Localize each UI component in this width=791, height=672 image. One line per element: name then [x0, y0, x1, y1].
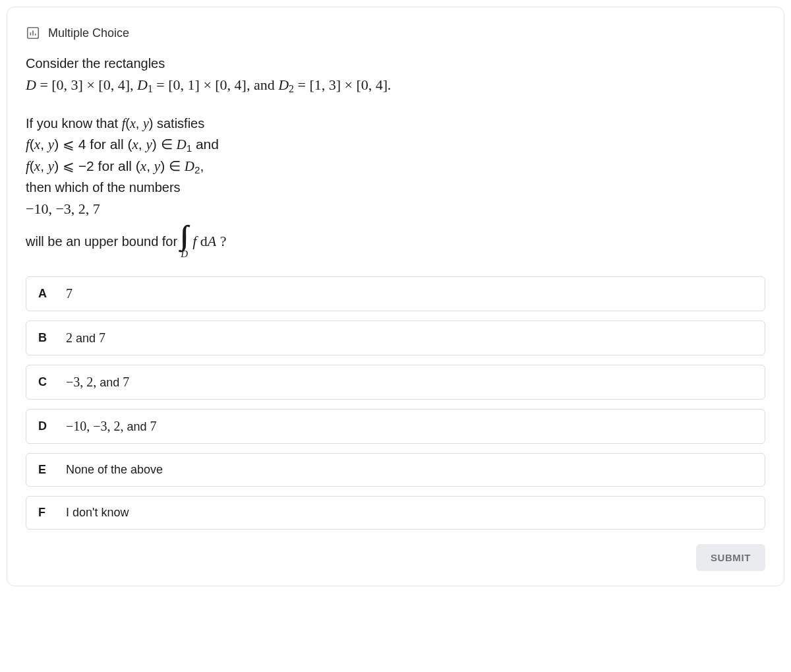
option-d[interactable]: D−10, −3, 2, and 7	[26, 409, 765, 444]
option-a[interactable]: A7	[26, 276, 765, 311]
option-letter: D	[38, 419, 50, 433]
option-letter: B	[38, 331, 50, 345]
poll-icon	[26, 26, 40, 40]
integral-domain: D	[181, 249, 188, 259]
cond-1: f(x, y) ⩽ 4 for all (x, y) ∈ D1 and	[26, 137, 219, 152]
question-card: Multiple Choice Consider the rectangles …	[7, 7, 784, 586]
option-letter: A	[38, 287, 50, 301]
integral-expression: ∫∫ D f dA ?	[180, 224, 226, 259]
option-text: −10, −3, 2, and 7	[66, 419, 157, 434]
option-text: −3, 2, and 7	[66, 375, 129, 390]
card-title: Multiple Choice	[48, 26, 129, 40]
option-letter: F	[38, 506, 50, 520]
rect-definitions: D = [0, 3] × [0, 4], D1 = [0, 1] × [0, 4…	[26, 76, 392, 93]
submit-button[interactable]: SUBMIT	[696, 544, 765, 571]
option-letter: E	[38, 463, 50, 477]
question-intro: Consider the rectangles	[26, 56, 165, 71]
card-footer: SUBMIT	[26, 544, 765, 571]
final-lead: will be an upper bound for	[26, 231, 177, 252]
then-line: then which of the numbers	[26, 180, 181, 195]
option-text: I don't know	[66, 506, 129, 520]
option-e[interactable]: ENone of the above	[26, 453, 765, 487]
option-b[interactable]: B2 and 7	[26, 321, 765, 355]
integral-sign: ∫∫	[180, 224, 189, 248]
card-header: Multiple Choice	[26, 26, 765, 40]
integrand: f dA ?	[192, 230, 226, 253]
option-text: None of the above	[66, 463, 163, 477]
option-f[interactable]: FI don't know	[26, 496, 765, 530]
cond-2: f(x, y) ⩽ −2 for all (x, y) ∈ D2,	[26, 158, 204, 173]
cond-lead: If you know that f(x, y) satisfies	[26, 116, 204, 131]
options-list: A7B2 and 7C−3, 2, and 7D−10, −3, 2, and …	[26, 276, 765, 530]
option-letter: C	[38, 375, 50, 389]
option-text: 7	[66, 286, 73, 301]
question-body: Consider the rectangles D = [0, 3] × [0,…	[26, 53, 765, 259]
option-text: 2 and 7	[66, 330, 105, 346]
option-c[interactable]: C−3, 2, and 7	[26, 365, 765, 400]
candidate-numbers: −10, −3, 2, 7	[26, 200, 100, 217]
